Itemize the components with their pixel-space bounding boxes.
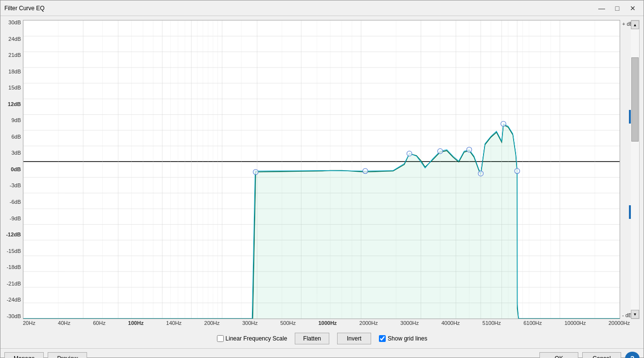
x-label-200Hz: 200Hz [204, 320, 220, 328]
y-label-3dB: 3dB [11, 150, 21, 156]
x-label-300Hz: 300Hz [242, 320, 258, 328]
titlebar-controls: — □ ✕ [595, 3, 640, 14]
y-label-15dB: 15dB [8, 85, 21, 90]
window-title: Filter Curve EQ [4, 5, 45, 12]
x-label-10000Hz: 10000Hz [564, 320, 586, 328]
eq-canvas [23, 20, 620, 319]
chart-wrapper: + dB - dB ► ► ▲ ▼ [23, 20, 640, 319]
titlebar: Filter Curve EQ — □ ✕ [0, 0, 644, 16]
y-label-3dB: -3dB [10, 183, 21, 188]
bottom-row: Manage Preview OK Cancel ? [0, 348, 644, 358]
y-axis-left: 30dB24dB21dB18dB15dB12dB9dB6dB3dB0dB-3dB… [4, 20, 23, 319]
linear-freq-label[interactable]: Linear Frequency Scale [226, 335, 287, 342]
y-label-15dB: -15dB [7, 249, 21, 254]
manage-button[interactable]: Manage [4, 352, 44, 358]
y-label-21dB: 21dB [8, 53, 21, 58]
y-label-18dB: 18dB [8, 69, 21, 74]
bottom-left: Manage Preview [4, 352, 87, 358]
y-label-6dB: -6dB [10, 199, 21, 205]
scroll-thumb[interactable] [631, 57, 639, 142]
x-axis: 20Hz40Hz60Hz100Hz140Hz200Hz300Hz500Hz100… [4, 319, 640, 329]
linear-freq-scale-wrap: Linear Frequency Scale [217, 335, 287, 342]
scrollbar-right[interactable]: ▲ ▼ [631, 20, 640, 319]
minimize-button[interactable]: — [595, 3, 608, 14]
eq-chart[interactable] [23, 20, 620, 319]
scroll-track [631, 29, 639, 310]
y-label-24dB: -24dB [7, 297, 21, 303]
close-button[interactable]: ✕ [626, 3, 640, 14]
y-label-9dB: -9dB [10, 216, 21, 221]
x-label-5100Hz: 5100Hz [483, 320, 501, 328]
x-label-1000Hz: 1000Hz [318, 320, 337, 328]
y-axis-right-area: + dB - dB ► ► ▲ ▼ [620, 20, 640, 319]
help-button[interactable]: ? [625, 352, 640, 358]
y-label-30dB: 30dB [8, 20, 21, 25]
invert-button[interactable]: Invert [337, 333, 371, 344]
show-grid-label[interactable]: Show grid lines [388, 335, 427, 342]
x-label-500Hz: 500Hz [280, 320, 296, 328]
linear-freq-checkbox[interactable] [217, 335, 224, 342]
controls-row: Linear Frequency Scale Flatten Invert Sh… [4, 329, 640, 348]
x-label-2000Hz: 2000Hz [359, 320, 378, 328]
filter-curve-eq-window: Filter Curve EQ — □ ✕ 30dB24dB21dB18dB15… [0, 0, 644, 358]
y-label-9dB: 9dB [11, 118, 21, 123]
y-label-0dB: 0dB [11, 167, 21, 172]
y-label-12dB: 12dB [8, 102, 21, 107]
bottom-right: OK Cancel ? [539, 352, 640, 358]
x-label-140Hz: 140Hz [166, 320, 182, 328]
scroll-up-arrow[interactable]: ▲ [631, 20, 639, 29]
scroll-down-arrow[interactable]: ▼ [631, 310, 639, 319]
ok-button[interactable]: OK [539, 352, 578, 358]
cancel-button[interactable]: Cancel [582, 352, 621, 358]
x-label-4000Hz: 4000Hz [441, 320, 460, 328]
x-label-60Hz: 60Hz [93, 320, 106, 328]
main-content: 30dB24dB21dB18dB15dB12dB9dB6dB3dB0dB-3dB… [0, 16, 644, 348]
y-label-12dB: -12dB [6, 232, 21, 237]
y-label-30dB: -30dB [7, 314, 21, 319]
eq-area: 30dB24dB21dB18dB15dB12dB9dB6dB3dB0dB-3dB… [4, 20, 640, 319]
x-label-40Hz: 40Hz [58, 320, 71, 328]
x-label-20Hz: 20Hz [23, 320, 36, 328]
x-label-6100Hz: 6100Hz [523, 320, 542, 328]
y-label-21dB: -21dB [7, 281, 21, 286]
x-label-3000Hz: 3000Hz [400, 320, 419, 328]
x-label-100Hz: 100Hz [128, 320, 143, 328]
y-label-18dB: -18dB [7, 265, 21, 270]
flatten-button[interactable]: Flatten [295, 333, 329, 344]
x-label-20000Hz: 20000Hz [608, 320, 630, 328]
y-label-24dB: 24dB [8, 36, 21, 42]
show-grid-wrap: Show grid lines [379, 335, 427, 342]
show-grid-checkbox[interactable] [379, 335, 386, 342]
preview-button[interactable]: Preview [48, 352, 87, 358]
maximize-button[interactable]: □ [610, 3, 624, 14]
y-label-6dB: 6dB [11, 134, 21, 140]
